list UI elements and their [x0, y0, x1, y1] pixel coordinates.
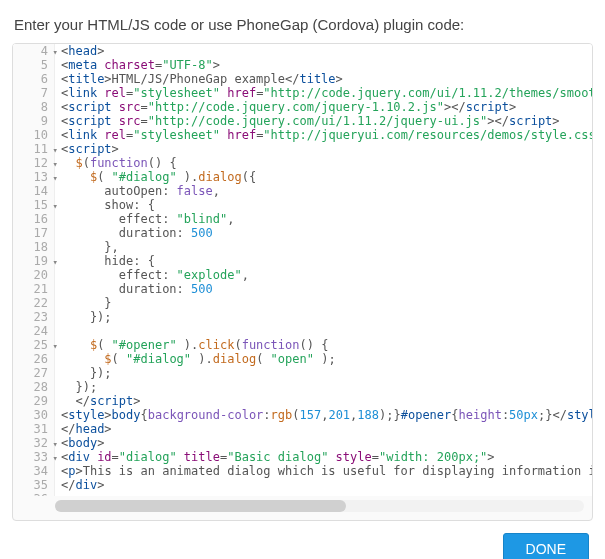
- code-content[interactable]: duration: 500: [55, 282, 592, 296]
- line-number: 19▾: [13, 254, 55, 268]
- code-line[interactable]: 31</head>: [13, 422, 592, 436]
- line-number: 20: [13, 268, 55, 282]
- code-content[interactable]: $( "#dialog" ).dialog({: [55, 170, 592, 184]
- fold-icon[interactable]: ▾: [53, 157, 58, 171]
- code-content[interactable]: </head>: [55, 422, 592, 436]
- code-line[interactable]: 14 autoOpen: false,: [13, 184, 592, 198]
- code-content[interactable]: <div id="dialog" title="Basic dialog" st…: [55, 450, 592, 464]
- code-content[interactable]: show: {: [55, 198, 592, 212]
- code-line[interactable]: 26 $( "#dialog" ).dialog( "open" );: [13, 352, 592, 366]
- line-number: 26: [13, 352, 55, 366]
- code-line[interactable]: 22 }: [13, 296, 592, 310]
- footer: DONE: [12, 521, 593, 559]
- line-number: 16: [13, 212, 55, 226]
- code-content[interactable]: effect: "explode",: [55, 268, 592, 282]
- code-line[interactable]: 5<meta charset="UTF-8">: [13, 58, 592, 72]
- line-number: 23: [13, 310, 55, 324]
- code-content[interactable]: $( "#dialog" ).dialog( "open" );: [55, 352, 592, 366]
- code-content[interactable]: <script>: [55, 142, 592, 156]
- code-content[interactable]: <body>: [55, 436, 592, 450]
- fold-icon[interactable]: ▾: [53, 143, 58, 157]
- code-line[interactable]: 30<style>body{background-color:rgb(157,2…: [13, 408, 592, 422]
- code-line[interactable]: 35</div>: [13, 478, 592, 492]
- code-line[interactable]: 4▾<head>: [13, 44, 592, 58]
- line-number: 33▾: [13, 450, 55, 464]
- code-line[interactable]: 13▾ $( "#dialog" ).dialog({: [13, 170, 592, 184]
- code-content[interactable]: <head>: [55, 44, 592, 58]
- code-content[interactable]: [55, 324, 592, 338]
- code-line[interactable]: 36: [13, 492, 592, 496]
- code-content[interactable]: <link rel="stylesheet" href="http://code…: [55, 86, 592, 100]
- code-line[interactable]: 33▾<div id="dialog" title="Basic dialog"…: [13, 450, 592, 464]
- fold-icon[interactable]: ▾: [53, 451, 58, 465]
- code-content[interactable]: <style>body{background-color:rgb(157,201…: [55, 408, 592, 422]
- code-content[interactable]: </div>: [55, 478, 592, 492]
- fold-icon[interactable]: ▾: [53, 437, 58, 451]
- horizontal-scrollbar[interactable]: [55, 500, 584, 512]
- code-content[interactable]: });: [55, 310, 592, 324]
- code-content[interactable]: });: [55, 380, 592, 394]
- line-number: 30: [13, 408, 55, 422]
- line-number: 5: [13, 58, 55, 72]
- code-line[interactable]: 16 effect: "blind",: [13, 212, 592, 226]
- fold-icon[interactable]: ▾: [53, 171, 58, 185]
- line-number: 29: [13, 394, 55, 408]
- line-number: 34: [13, 464, 55, 478]
- code-line[interactable]: 11▾<script>: [13, 142, 592, 156]
- code-content[interactable]: <link rel="stylesheet" href="http://jque…: [55, 128, 592, 142]
- fold-icon[interactable]: ▾: [53, 339, 58, 353]
- code-content[interactable]: <script src="http://code.jquery.com/jque…: [55, 100, 592, 114]
- line-number: 8: [13, 100, 55, 114]
- code-line[interactable]: 32▾<body>: [13, 436, 592, 450]
- line-number: 25▾: [13, 338, 55, 352]
- line-number: 14: [13, 184, 55, 198]
- code-content[interactable]: hide: {: [55, 254, 592, 268]
- done-button[interactable]: DONE: [503, 533, 589, 559]
- line-number: 15▾: [13, 198, 55, 212]
- code-content[interactable]: duration: 500: [55, 226, 592, 240]
- fold-icon[interactable]: ▾: [53, 255, 58, 269]
- code-line[interactable]: 29 </script>: [13, 394, 592, 408]
- line-number: 12▾: [13, 156, 55, 170]
- code-line[interactable]: 15▾ show: {: [13, 198, 592, 212]
- code-content[interactable]: $( "#opener" ).click(function() {: [55, 338, 592, 352]
- code-line[interactable]: 12▾ $(function() {: [13, 156, 592, 170]
- code-line[interactable]: 24: [13, 324, 592, 338]
- code-content[interactable]: autoOpen: false,: [55, 184, 592, 198]
- code-content[interactable]: });: [55, 366, 592, 380]
- code-line[interactable]: 27 });: [13, 366, 592, 380]
- fold-icon[interactable]: ▾: [53, 199, 58, 213]
- code-line[interactable]: 19▾ hide: {: [13, 254, 592, 268]
- line-number: 24: [13, 324, 55, 338]
- code-line[interactable]: 8<script src="http://code.jquery.com/jqu…: [13, 100, 592, 114]
- line-number: 22: [13, 296, 55, 310]
- code-line[interactable]: 20 effect: "explode",: [13, 268, 592, 282]
- page-title: Enter your HTML/JS code or use PhoneGap …: [14, 16, 593, 33]
- code-line[interactable]: 23 });: [13, 310, 592, 324]
- code-line[interactable]: 6<title>HTML/JS/PhoneGap example</title>: [13, 72, 592, 86]
- code-line[interactable]: 21 duration: 500: [13, 282, 592, 296]
- line-number: 10: [13, 128, 55, 142]
- fold-icon[interactable]: ▾: [53, 45, 58, 59]
- code-line[interactable]: 10<link rel="stylesheet" href="http://jq…: [13, 128, 592, 142]
- code-line[interactable]: 17 duration: 500: [13, 226, 592, 240]
- code-content[interactable]: <script src="http://code.jquery.com/ui/1…: [55, 114, 592, 128]
- code-content[interactable]: <meta charset="UTF-8">: [55, 58, 592, 72]
- code-line[interactable]: 34<p>This is an animated dialog which is…: [13, 464, 592, 478]
- code-content[interactable]: },: [55, 240, 592, 254]
- code-line[interactable]: 18 },: [13, 240, 592, 254]
- code-content[interactable]: [55, 492, 592, 496]
- code-line[interactable]: 25▾ $( "#opener" ).click(function() {: [13, 338, 592, 352]
- code-line[interactable]: 9<script src="http://code.jquery.com/ui/…: [13, 114, 592, 128]
- scrollbar-thumb[interactable]: [55, 500, 346, 512]
- line-number: 11▾: [13, 142, 55, 156]
- code-content[interactable]: }: [55, 296, 592, 310]
- code-content[interactable]: effect: "blind",: [55, 212, 592, 226]
- code-editor[interactable]: 4▾<head>5<meta charset="UTF-8">6<title>H…: [13, 44, 592, 496]
- code-content[interactable]: <p>This is an animated dialog which is u…: [55, 464, 592, 478]
- code-line[interactable]: 28 });: [13, 380, 592, 394]
- code-content[interactable]: </script>: [55, 394, 592, 408]
- code-line[interactable]: 7<link rel="stylesheet" href="http://cod…: [13, 86, 592, 100]
- code-content[interactable]: $(function() {: [55, 156, 592, 170]
- code-content[interactable]: <title>HTML/JS/PhoneGap example</title>: [55, 72, 592, 86]
